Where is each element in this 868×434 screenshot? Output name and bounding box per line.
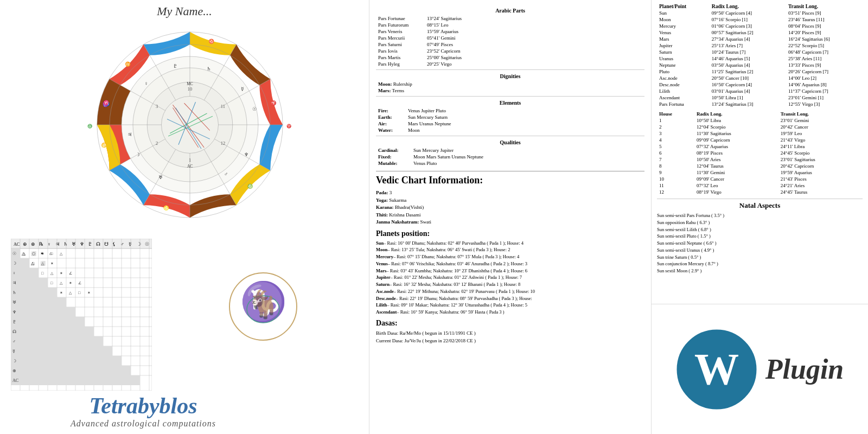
- planet-row: Venus00°57' Sagittarius [2]14°20' Pisces…: [657, 29, 863, 36]
- right-top: Planet/Point Radix Long. Transit Long. S…: [652, 0, 868, 304]
- symbols-svg: AC ⊕ ⊗ ℞ ♀ ♃ ♄ ♅ ♆ ♇ ☊ ☋ ⚸ ♂ ☿ ☽ ☉: [11, 239, 152, 391]
- svg-rect-153: [11, 366, 131, 375]
- dasas-data: Birth Dasa: Ra/Me/Mo ( begun in 15/11/19…: [376, 329, 644, 345]
- svg-text:AC: AC: [12, 378, 18, 383]
- svg-text:☽: ☽: [137, 241, 141, 247]
- svg-text:⊕: ⊕: [12, 368, 16, 373]
- element-row: Fire:Venus Jupiter Pluto: [376, 107, 644, 114]
- aspects-list: Sun semi-sextil Pars Fortuna ( 3.5° )Sun…: [657, 212, 863, 275]
- col-house: House: [657, 111, 694, 117]
- elements-table: Fire:Venus Jupiter PlutoEarth:Sun Mercur…: [376, 107, 644, 133]
- col-house-transit: Transit Long.: [778, 111, 863, 117]
- svg-text:⊕: ⊕: [23, 241, 27, 247]
- elements-title: Elements: [376, 100, 644, 106]
- dignity-row: Mars: Terms: [376, 87, 644, 94]
- brand-section: Tetrabyblos Advanced astrological comput…: [71, 393, 216, 429]
- planet-position-row: Moon– Rasi: 13° 25' Tula; Nakshatra: 06°…: [376, 246, 644, 253]
- planet-row: Desc.node16°50' Capricorn [4]14°06' Aqua…: [657, 81, 863, 88]
- karana-row: Karana: Bhadra(Vishti): [376, 204, 644, 212]
- svg-text:⚸: ⚸: [112, 241, 116, 247]
- arabic-part-row: Pars Hyleg20°25' Virgo: [376, 61, 644, 67]
- svg-text:♆: ♆: [80, 241, 84, 247]
- svg-text:♄: ♄: [207, 66, 212, 72]
- house-row: 1009°09' Cancer21°43' Pisces: [657, 176, 863, 182]
- quality-row: Fixed:Moon Mars Saturn Uranus Neptune: [376, 154, 644, 160]
- svg-text:☉: ☉: [12, 251, 16, 256]
- house-row: 911°30' Gemini19°59' Aquarius: [657, 169, 863, 176]
- svg-text:☉: ☉: [145, 241, 149, 247]
- svg-text:♆: ♆: [244, 152, 248, 157]
- planet-row: Saturn10°24' Taurus [7]06°48' Capricorn …: [657, 49, 863, 55]
- arabic-part-row: Pars Martis25°00' Sagittarius: [376, 54, 644, 61]
- planet-row: Uranus14°46' Aquarius [5]25°38' Aries [1…: [657, 55, 863, 62]
- quality-row: Mutable:Venus Pluto: [376, 160, 644, 167]
- svg-rect-147: [11, 307, 75, 317]
- svg-text:☽: ☽: [136, 152, 140, 157]
- planet-row: Ascendant10°50' Libra [1]23°01' Gemini […: [657, 94, 863, 101]
- zodiac-animal-image: ♑ 🐐: [228, 271, 298, 342]
- svg-text:☽: ☽: [12, 261, 16, 266]
- natal-aspects-title: Natal Aspects: [657, 201, 863, 210]
- svg-text:♇: ♇: [173, 63, 177, 69]
- svg-text:♎: ♎: [87, 124, 93, 129]
- planet-row: Jupiter25°13' Aries [7]22°52' Scorpio [5…: [657, 42, 863, 49]
- svg-text:☊: ☊: [96, 241, 100, 247]
- pada-row: Pada: 3: [376, 189, 644, 197]
- svg-text:♅: ♅: [158, 175, 163, 180]
- svg-text:♃: ♃: [12, 280, 16, 285]
- svg-rect-150: [11, 336, 103, 346]
- qualities-title: Qualities: [376, 139, 644, 145]
- svg-text:♀: ♀: [12, 271, 16, 276]
- house-row: 409°09' Capricorn21°43' Virgo: [657, 137, 863, 143]
- aspect-item: Sun sextil Moon ( 2.9° ): [657, 267, 863, 275]
- arabic-part-row: Pars Saturni07°49' Pisces: [376, 41, 644, 48]
- svg-text:✶: ✶: [87, 291, 91, 295]
- svg-text:✶: ✶: [60, 271, 63, 276]
- svg-text:♈: ♈: [287, 124, 292, 129]
- planet-row: Asc.node20°50' Cancer [10]14°00' Leo [2]: [657, 75, 863, 81]
- svg-text:⬡: ⬡: [32, 252, 35, 256]
- planet-position-row: Venus– Rasi: 07° 06' Vrischika; Nakshatr…: [376, 260, 644, 267]
- svg-text:∠: ∠: [78, 281, 81, 285]
- svg-text:♄: ♄: [12, 290, 16, 295]
- svg-text:☋: ☋: [104, 241, 108, 247]
- thiti-row: Thiti: Krishna Dasami: [376, 212, 644, 219]
- svg-text:2: 2: [156, 141, 158, 146]
- svg-text:♇: ♇: [12, 320, 16, 324]
- aspect-item: Sun semi-sextil Pluto ( 1.5° ): [657, 233, 863, 240]
- aspect-item: Sun semi-sextil Neptune ( 6.6° ): [657, 240, 863, 247]
- svg-text:♂: ♂: [12, 339, 16, 344]
- svg-rect-145: [11, 288, 57, 297]
- chart-container: ♈ ♉ ♊ ♋ ♌ ♍ ♎ ♏ ♐ ♑ ♒ ♓ ☉ ☽ ☿ ♀ ♂ ♃ ♄: [27, 11, 353, 239]
- element-row: Air:Mars Uranus Neptune: [376, 120, 644, 127]
- svg-text:⊗: ⊗: [31, 241, 35, 247]
- svg-rect-148: [11, 317, 85, 327]
- svg-text:♇: ♇: [88, 241, 92, 247]
- brand-title: Tetrabyblos: [71, 393, 216, 419]
- svg-text:✶: ✶: [69, 281, 72, 285]
- planets-data: Sun– Rasi: 16° 00' Dhanu; Nakshatra: 02°…: [376, 240, 644, 316]
- arabic-part-row: Pars Mercurii05°41' Gemini: [376, 35, 644, 41]
- brand-subtitle: Advanced astrological computations: [71, 419, 216, 429]
- svg-text:♅: ♅: [12, 300, 16, 305]
- svg-text:3: 3: [156, 104, 158, 109]
- dignity-row: Moon: Rulership: [376, 81, 644, 87]
- right-panel: Planet/Point Radix Long. Transit Long. S…: [651, 0, 868, 434]
- qualities-table: Cardinal:Sun Mercury JupiterFixed:Moon M…: [376, 147, 644, 167]
- planet-position-row: Saturn– Rasi: 16° 32' Mesha; Nakshatra: …: [376, 281, 644, 288]
- svg-text:1: 1: [189, 158, 191, 163]
- svg-rect-152: [11, 356, 122, 366]
- house-row: 812°04' Taurus20°42' Capricorn: [657, 163, 863, 169]
- planet-row: Mercury01°06' Capricorn [3]08°04' Pisces…: [657, 23, 863, 29]
- planet-position-row: Ascendant– Rasi: 16° 59' Kanya; Nakshatr…: [376, 309, 644, 316]
- planet-row: Pars Fortuna13°24' Sagittarius [3]12°55'…: [657, 101, 863, 107]
- svg-rect-151: [11, 346, 112, 356]
- planet-position-row: Jupiter– Rasi: 01° 22' Mesha; Nakshatra:…: [376, 274, 644, 281]
- planet-position-row: Sun– Rasi: 16° 00' Dhanu; Nakshatra: 02°…: [376, 240, 644, 247]
- arabic-part-row: Pars Fortunae13°24' Sagittarius: [376, 15, 644, 22]
- house-row: 710°50' Aries23°01' Sagittarius: [657, 156, 863, 163]
- svg-text:♆: ♆: [12, 310, 16, 315]
- svg-rect-146: [11, 297, 66, 307]
- svg-text:♃: ♃: [127, 132, 132, 137]
- planet-table: Planet/Point Radix Long. Transit Long. S…: [657, 3, 863, 107]
